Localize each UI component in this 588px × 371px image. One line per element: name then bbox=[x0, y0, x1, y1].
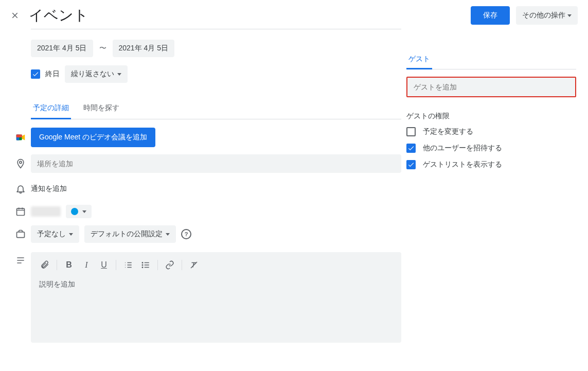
attachment-icon[interactable] bbox=[37, 257, 52, 273]
start-date-field[interactable]: 2021年 4月 5日 bbox=[31, 40, 93, 57]
tab-details[interactable]: 予定の詳細 bbox=[31, 98, 71, 119]
description-icon bbox=[10, 255, 31, 266]
location-icon bbox=[10, 158, 31, 169]
tab-findtime[interactable]: 時間を探す bbox=[81, 98, 121, 119]
italic-icon[interactable]: I bbox=[79, 257, 94, 273]
repeat-select[interactable]: 繰り返さない bbox=[65, 65, 128, 83]
underline-icon[interactable]: U bbox=[96, 257, 112, 273]
svg-point-6 bbox=[142, 262, 143, 263]
format-toolbar: B I U bbox=[31, 252, 401, 278]
availability-select[interactable]: 予定なし bbox=[31, 225, 79, 243]
svg-rect-2 bbox=[16, 135, 22, 138]
calendar-icon bbox=[10, 206, 31, 217]
perm-seelist-label: ゲストリストを表示する bbox=[423, 160, 502, 169]
perm-modify-label: 予定を変更する bbox=[423, 127, 473, 136]
chevron-down-icon bbox=[82, 210, 86, 213]
visibility-label: デフォルトの公開設定 bbox=[91, 229, 163, 239]
bullet-list-icon[interactable] bbox=[138, 257, 153, 273]
close-icon[interactable] bbox=[10, 11, 20, 20]
link-icon[interactable] bbox=[162, 257, 177, 273]
guest-permissions-title: ゲストの権限 bbox=[406, 112, 576, 121]
date-range-dash: 〜 bbox=[99, 44, 106, 53]
event-title-input[interactable] bbox=[29, 7, 471, 24]
perm-invite-label: 他のユーザーを招待する bbox=[423, 144, 502, 153]
svg-point-3 bbox=[20, 161, 22, 163]
calendar-color-dot bbox=[71, 208, 78, 215]
calendar-owner-name bbox=[31, 206, 61, 217]
add-notification-button[interactable]: 通知を追加 bbox=[31, 180, 401, 198]
chevron-down-icon bbox=[69, 233, 73, 236]
help-icon[interactable]: ? bbox=[181, 229, 191, 239]
chevron-down-icon bbox=[117, 73, 121, 76]
repeat-label: 繰り返さない bbox=[71, 69, 114, 79]
calendar-color-select[interactable] bbox=[66, 205, 92, 218]
description-input[interactable]: 説明を追加 bbox=[31, 278, 401, 291]
save-button[interactable]: 保存 bbox=[471, 6, 510, 25]
svg-point-8 bbox=[142, 267, 143, 268]
bell-icon bbox=[10, 184, 31, 194]
meet-icon bbox=[10, 132, 31, 143]
allday-checkbox[interactable] bbox=[31, 69, 40, 79]
add-guests-input[interactable] bbox=[406, 77, 576, 97]
visibility-select[interactable]: デフォルトの公開設定 bbox=[84, 225, 176, 243]
numbered-list-icon[interactable] bbox=[120, 257, 136, 273]
more-actions-button[interactable]: その他の操作 bbox=[516, 6, 578, 25]
allday-label: 終日 bbox=[45, 69, 60, 79]
svg-point-7 bbox=[142, 264, 143, 266]
divider bbox=[31, 29, 401, 29]
briefcase-icon bbox=[10, 229, 31, 239]
svg-rect-4 bbox=[17, 208, 25, 215]
tab-guests[interactable]: ゲスト bbox=[406, 50, 432, 69]
svg-rect-5 bbox=[17, 232, 25, 238]
availability-label: 予定なし bbox=[37, 229, 66, 239]
location-input[interactable] bbox=[31, 154, 401, 173]
more-actions-label: その他の操作 bbox=[522, 11, 565, 20]
perm-seelist-checkbox[interactable] bbox=[406, 160, 416, 169]
add-meet-button[interactable]: Google Meet のビデオ会議を追加 bbox=[31, 128, 155, 147]
perm-modify-checkbox[interactable] bbox=[406, 127, 416, 136]
clear-format-icon[interactable] bbox=[186, 257, 202, 273]
chevron-down-icon bbox=[567, 14, 572, 17]
chevron-down-icon bbox=[166, 233, 170, 236]
end-date-field[interactable]: 2021年 4月 5日 bbox=[113, 40, 175, 57]
perm-invite-checkbox[interactable] bbox=[406, 144, 416, 153]
bold-icon[interactable]: B bbox=[61, 257, 77, 273]
